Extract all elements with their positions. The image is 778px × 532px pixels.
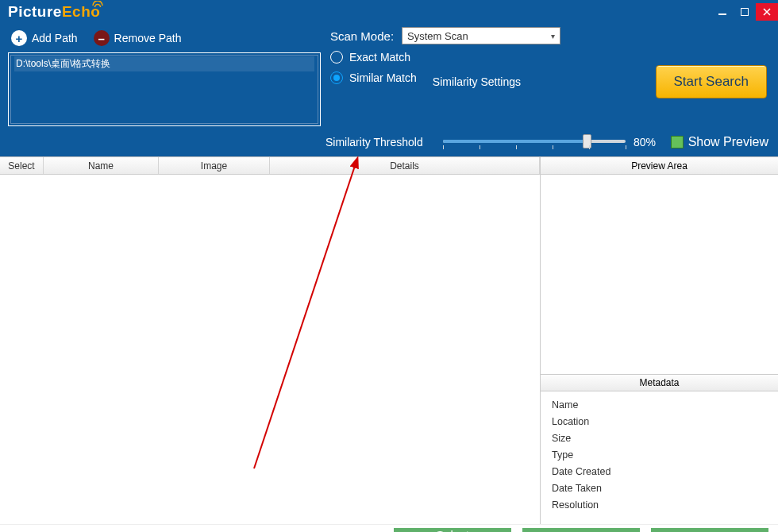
results-canvas	[0, 175, 540, 524]
meta-location: Location	[552, 416, 767, 427]
metadata-body: Name Location Size Type Date Created Dat…	[541, 391, 778, 524]
preview-canvas	[541, 175, 778, 374]
select-duplicates-button[interactable]: Select Duplicates	[394, 528, 511, 532]
scan-mode-label: Scan Mode:	[330, 29, 394, 43]
col-select[interactable]: Select	[0, 157, 44, 174]
path-panel: + Add Path – Remove Path D:\tools\桌面\格式转…	[8, 27, 321, 126]
app-logo: Picture Echo	[8, 3, 100, 21]
clear-result-button[interactable]: Clear Result	[651, 528, 768, 532]
path-buttons: + Add Path – Remove Path	[8, 27, 321, 49]
scan-mode-select[interactable]: System Scan ▾	[402, 27, 560, 44]
meta-date-taken: Date Taken	[552, 483, 767, 494]
meta-type: Type	[552, 449, 767, 461]
path-box: D:\tools\桌面\格式转换	[8, 52, 321, 126]
scan-mode-row: Scan Mode: System Scan ▾	[330, 27, 770, 44]
minus-icon: –	[94, 30, 110, 46]
meta-name: Name	[552, 399, 767, 411]
checkbox-icon	[671, 136, 684, 148]
exact-match-radio[interactable]: Exact Match	[330, 51, 770, 64]
close-icon	[763, 8, 771, 16]
app-name-part2: Echo	[62, 3, 100, 21]
maximize-button[interactable]	[734, 3, 756, 21]
scan-mode-value: System Scan	[407, 30, 468, 42]
col-details[interactable]: Details	[270, 157, 540, 174]
results-columns: Select Name Image Details	[0, 157, 540, 175]
annotation-arrow	[230, 151, 373, 484]
action-row: Select Duplicates Select Action Clear Re…	[0, 524, 778, 532]
svg-line-2	[254, 159, 357, 468]
threshold-row: Similarity Threshold 80% Show Preview	[0, 131, 778, 156]
metadata-header: Metadata	[541, 374, 778, 391]
path-list[interactable]: D:\tools\桌面\格式转换	[10, 55, 318, 124]
main-area: Select Name Image Details Preview Area M…	[0, 156, 778, 524]
show-preview-label: Show Preview	[688, 135, 768, 149]
window-controls	[711, 3, 778, 21]
slider-fill	[443, 140, 589, 143]
slider-tick	[480, 145, 480, 149]
slider-tick	[443, 145, 444, 149]
radio-icon	[330, 51, 343, 64]
meta-size: Size	[552, 433, 767, 444]
add-path-button[interactable]: + Add Path	[8, 27, 81, 49]
threshold-label: Similarity Threshold	[325, 136, 423, 148]
chevron-down-icon: ▾	[551, 32, 555, 40]
results-pane: Select Name Image Details	[0, 157, 540, 524]
svg-rect-0	[718, 13, 726, 15]
meta-date-created: Date Created	[552, 466, 767, 477]
show-preview-toggle[interactable]: Show Preview	[671, 135, 768, 149]
meta-resolution: Resolution	[552, 499, 767, 511]
similar-match-label: Similar Match	[349, 71, 417, 84]
slider-tick	[589, 145, 590, 149]
remove-path-label: Remove Path	[114, 32, 182, 44]
titlebar: Picture Echo	[0, 0, 778, 24]
minimize-button[interactable]	[711, 3, 734, 21]
threshold-slider[interactable]	[443, 133, 626, 152]
plus-icon: +	[11, 30, 27, 46]
maximize-icon	[741, 8, 749, 16]
slider-thumb[interactable]	[583, 134, 591, 148]
slider-tick	[516, 145, 517, 149]
remove-path-button[interactable]: – Remove Path	[91, 27, 185, 49]
start-search-button[interactable]: Start Search	[656, 65, 768, 98]
similarity-settings-link[interactable]: Similarity Settings	[433, 75, 521, 88]
minimize-icon	[718, 8, 726, 16]
path-item[interactable]: D:\tools\桌面\格式转换	[14, 56, 314, 71]
col-image[interactable]: Image	[159, 157, 270, 174]
wifi-icon	[92, 1, 103, 9]
svg-rect-1	[741, 9, 749, 16]
threshold-value: 80%	[634, 136, 656, 148]
preview-pane: Preview Area Metadata Name Location Size…	[540, 157, 778, 524]
exact-match-label: Exact Match	[349, 51, 410, 64]
select-action-button[interactable]: Select Action	[522, 528, 640, 532]
slider-tick	[553, 145, 553, 149]
app-name-part1: Picture	[8, 3, 62, 21]
col-name[interactable]: Name	[44, 157, 159, 174]
similar-match-radio[interactable]: Similar Match	[330, 71, 417, 84]
add-path-label: Add Path	[32, 32, 78, 44]
close-button[interactable]	[756, 3, 778, 21]
radio-selected-icon	[330, 71, 343, 84]
preview-header: Preview Area	[541, 157, 778, 175]
slider-tick	[626, 145, 626, 149]
